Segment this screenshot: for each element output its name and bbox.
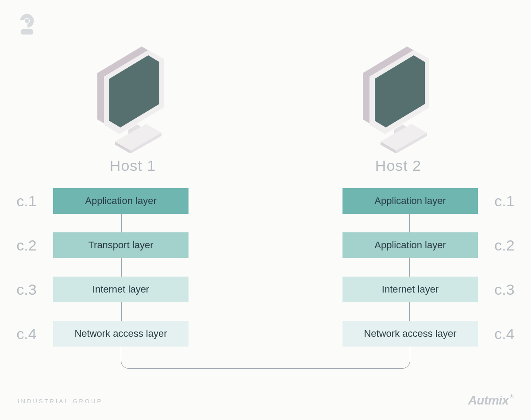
monitor-icon [354,42,442,153]
host-1: Host 1 [0,42,266,174]
svg-rect-3 [21,29,33,35]
host1-layer-network-access: Network access layer [53,321,189,347]
row-label-left: c.3 [0,281,53,298]
host-2-title: Host 2 [375,157,421,174]
footer-industrial-group: INDUSTRIAL GROUP [18,398,103,405]
hosts-row: Host 1 Host 2 [0,42,531,174]
monitor-icon [88,42,177,153]
connector-line [121,347,410,369]
row-label-left: c.4 [0,325,53,343]
row-label-right: c.4 [478,325,531,343]
host1-layer-transport: Transport layer [53,232,189,258]
row-label-right: c.1 [478,193,531,210]
logo-icon [18,13,36,36]
host2-layer-application: Application layer [342,188,478,214]
layer-row-3: c.3 Internet layer Internet layer c.3 [0,277,531,302]
row-label-left: c.2 [0,237,53,254]
host-2: Host 2 [266,42,531,174]
row-label-left: c.1 [0,193,53,210]
host2-layer-network-access: Network access layer [342,321,478,347]
footer-brand: Autmix® [468,393,513,408]
layer-row-4: c.4 Network access layer Network access … [0,321,531,347]
host-1-title: Host 1 [110,157,156,174]
layer-stacks: c.1 Application layer Application layer … [0,188,531,365]
layer-row-1: c.1 Application layer Application layer … [0,188,531,214]
layer-row-2: c.2 Transport layer Application layer c.… [0,232,531,258]
row-label-right: c.3 [478,281,531,298]
host1-layer-internet: Internet layer [53,277,189,302]
host2-layer-transport: Application layer [342,232,478,258]
svg-point-2 [25,19,29,23]
host1-layer-application: Application layer [53,188,189,214]
host2-layer-internet: Internet layer [342,277,478,302]
row-label-right: c.2 [478,237,531,254]
